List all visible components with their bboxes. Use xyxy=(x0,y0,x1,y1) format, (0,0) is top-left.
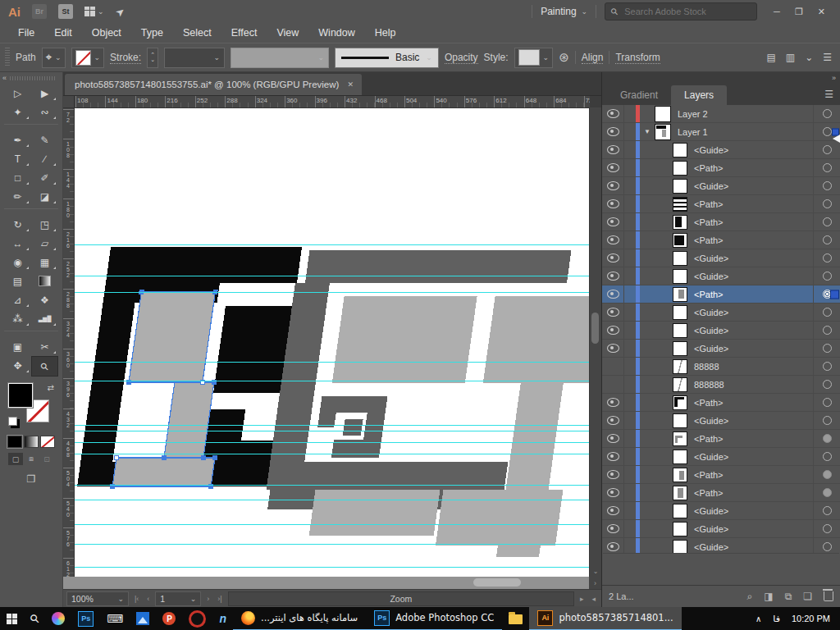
target-cell[interactable] xyxy=(813,466,840,483)
layer-row[interactable]: <Path> xyxy=(602,484,840,502)
visibility-toggle[interactable] xyxy=(602,195,624,212)
target-circle-icon[interactable] xyxy=(823,380,832,389)
target-cell[interactable] xyxy=(813,249,840,267)
target-circle-icon[interactable] xyxy=(823,145,832,154)
layer-thumbnail[interactable] xyxy=(673,431,687,446)
layer-row[interactable]: <Path> xyxy=(602,213,840,231)
target-circle-icon[interactable] xyxy=(823,181,832,190)
transform-button[interactable]: Transform xyxy=(615,52,660,64)
file-explorer-icon[interactable] xyxy=(502,607,529,630)
target-circle-icon[interactable] xyxy=(823,434,832,443)
zoom-level-dropdown[interactable]: 100% ⌄ xyxy=(66,591,129,606)
layer-row[interactable]: <Guide> xyxy=(602,267,840,285)
restore-button[interactable]: ❐ xyxy=(795,7,803,17)
scale-tool[interactable]: ◳ xyxy=(31,215,58,234)
layer-thumbnail[interactable] xyxy=(655,106,671,122)
last-artboard-button[interactable]: ›| xyxy=(215,595,224,603)
layer-row[interactable]: <Guide> xyxy=(602,412,840,430)
perspective-grid-tool[interactable]: ▦ xyxy=(31,253,58,272)
workspace-switcher[interactable]: Painting ⌄ xyxy=(541,6,587,17)
next-artboard-button[interactable]: › xyxy=(204,595,212,603)
stock-icon[interactable]: St xyxy=(58,4,73,19)
target-circle-icon[interactable] xyxy=(823,488,832,497)
layer-row[interactable]: <Path> xyxy=(602,430,840,448)
search-input[interactable] xyxy=(623,6,724,17)
stroke-weight-stepper[interactable]: ⌃ ⌄ xyxy=(147,48,158,68)
screen-mode-button[interactable]: ❐ xyxy=(23,473,39,485)
target-circle-icon[interactable] xyxy=(823,235,832,244)
document-setup-icon[interactable]: ⊛ xyxy=(559,50,569,65)
notepad-icon[interactable]: n xyxy=(212,607,233,630)
target-cell[interactable] xyxy=(813,340,840,357)
adobe-stock-search[interactable]: ⚲ xyxy=(605,2,757,21)
target-circle-icon[interactable] xyxy=(823,253,832,262)
artwork-shape[interactable] xyxy=(436,490,564,546)
swap-fill-stroke-icon[interactable]: ⇄ xyxy=(48,383,54,392)
target-circle-icon[interactable] xyxy=(823,416,832,425)
target-cell[interactable] xyxy=(813,322,840,339)
layer-row[interactable]: ▼Layer 1 xyxy=(602,123,840,141)
bridge-icon[interactable]: Br xyxy=(32,4,47,19)
layer-thumbnail[interactable] xyxy=(673,486,687,500)
pencil-tool[interactable]: ✏ xyxy=(4,187,31,206)
fill-color-dropdown[interactable]: ⌖ ⌄ xyxy=(42,48,66,68)
visibility-toggle[interactable] xyxy=(602,267,624,285)
target-cell[interactable] xyxy=(813,267,840,285)
artboard-tool[interactable]: ▣ xyxy=(4,337,31,356)
target-circle-icon[interactable] xyxy=(823,217,832,226)
target-cell[interactable] xyxy=(813,412,840,429)
layer-thumbnail[interactable] xyxy=(673,540,687,554)
target-circle-icon[interactable] xyxy=(823,398,832,407)
collapse-panels-icon[interactable]: » xyxy=(832,74,836,82)
target-circle-icon[interactable] xyxy=(823,344,832,353)
slice-tool[interactable]: ✂ xyxy=(31,337,58,356)
selection-tool[interactable]: ▷ xyxy=(4,84,31,103)
layer-row[interactable]: <Guide> xyxy=(602,520,840,538)
color-button[interactable] xyxy=(7,436,22,448)
paintbrush-tool[interactable]: ✐ xyxy=(31,168,58,187)
firefox-window-button[interactable]: ...سامانه پایگاه های اینتر xyxy=(233,606,366,630)
target-cell[interactable] xyxy=(813,358,840,375)
target-cell[interactable] xyxy=(813,394,840,411)
target-circle-icon[interactable] xyxy=(823,127,832,136)
artwork-shape[interactable] xyxy=(112,458,215,486)
layer-thumbnail[interactable] xyxy=(673,359,687,374)
artboard-navigation-dropdown[interactable]: 1 ⌄ xyxy=(155,591,201,606)
anchor-point[interactable] xyxy=(162,456,167,460)
gpu-performance-icon[interactable]: ➤ xyxy=(112,4,127,20)
artwork-shape[interactable] xyxy=(343,419,363,436)
visibility-toggle[interactable] xyxy=(602,538,624,553)
visibility-toggle[interactable] xyxy=(602,376,624,393)
zoom-tool[interactable]: ⚲ xyxy=(31,356,58,377)
target-cell[interactable] xyxy=(813,141,840,158)
horizontal-scrollbar[interactable]: › xyxy=(63,577,601,589)
graphic-style-dropdown[interactable]: ⌄ xyxy=(514,48,554,68)
target-circle-icon[interactable] xyxy=(823,199,832,208)
layer-thumbnail[interactable] xyxy=(673,251,687,266)
direct-selection-tool[interactable]: ▶ xyxy=(31,84,58,103)
layer-row[interactable]: <Guide> xyxy=(602,249,840,267)
target-cell[interactable] xyxy=(813,213,840,231)
target-circle-icon[interactable] xyxy=(823,308,832,317)
eyedropper-tool[interactable]: ⊿ xyxy=(4,290,31,309)
tab-gradient[interactable]: Gradient xyxy=(607,85,671,105)
control-panel-icon-1[interactable]: ▥ xyxy=(786,52,795,63)
clock[interactable]: 10:20 PM xyxy=(792,614,830,623)
minimize-button[interactable]: ─ xyxy=(774,7,780,17)
layer-thumbnail[interactable] xyxy=(673,504,687,518)
scroll-forward-icon[interactable]: ▸ xyxy=(578,595,587,603)
layer-row[interactable]: <Guide> xyxy=(602,177,840,195)
close-document-icon[interactable]: ✕ xyxy=(347,80,354,89)
step-down-icon[interactable]: ⌄ xyxy=(150,57,155,62)
layer-thumbnail[interactable] xyxy=(673,197,687,212)
layer-thumbnail[interactable] xyxy=(673,522,687,536)
eraser-tool[interactable]: ◪ xyxy=(31,187,58,206)
pen-tool[interactable]: ✒ xyxy=(4,130,31,149)
opacity-label[interactable]: Opacity xyxy=(445,52,478,64)
stroke-weight-dropdown[interactable]: ⌄ xyxy=(164,48,225,68)
artwork-shape[interactable] xyxy=(309,490,441,536)
visibility-toggle[interactable] xyxy=(602,231,624,249)
horizontal-scroll-thumb[interactable] xyxy=(473,578,521,587)
close-button[interactable]: ✕ xyxy=(818,7,825,17)
default-swatches-icon[interactable] xyxy=(8,417,17,426)
